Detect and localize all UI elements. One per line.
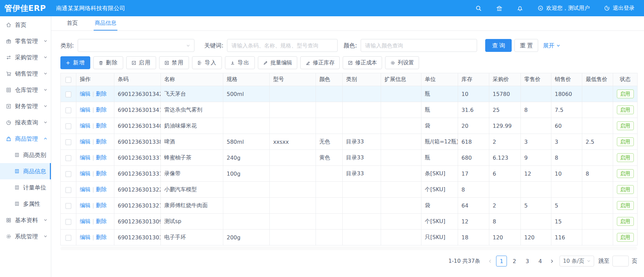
sidebar-item-retail[interactable]: 零售管理 — [0, 33, 51, 49]
sidebar-item-label: 计量单位 — [23, 184, 46, 192]
fix-cost-button[interactable]: 修正成本 — [343, 56, 382, 69]
row-checkbox[interactable] — [65, 203, 71, 209]
edit-link[interactable]: 编辑 — [80, 106, 91, 113]
row-checkbox[interactable] — [65, 92, 71, 97]
delete-link[interactable]: 删除 — [96, 234, 107, 240]
bank-icon[interactable] — [496, 5, 503, 12]
column-header-barcode: 条码 — [114, 73, 161, 86]
edit-link[interactable]: 编辑 — [80, 218, 91, 224]
page-button-4[interactable]: 4 — [535, 256, 546, 266]
next-page-button[interactable] — [547, 256, 557, 266]
cell-min_price — [582, 150, 613, 166]
sidebar-item-product-info[interactable]: 商品信息 — [0, 163, 51, 179]
sidebar-item-report[interactable]: 报表查询 — [0, 114, 51, 131]
category-select[interactable] — [78, 39, 194, 52]
delete-link[interactable]: 删除 — [96, 91, 107, 97]
sidebar-item-warehouse[interactable]: 仓库管理 — [0, 82, 51, 98]
delete-link[interactable]: 删除 — [96, 154, 107, 161]
row-checkbox[interactable] — [65, 107, 71, 113]
bell-icon[interactable] — [517, 5, 523, 12]
row-checkbox[interactable] — [65, 171, 71, 177]
row-checkbox[interactable] — [65, 123, 71, 129]
doc-icon — [14, 169, 20, 174]
sidebar-item-system[interactable]: 系统管理 — [0, 228, 51, 244]
table-row: 编辑|删除6901236301342飞天茅台500ml瓶101578018060… — [61, 86, 638, 102]
sidebar-item-product[interactable]: 商品管理 — [0, 131, 51, 147]
sidebar-item-label: 财务管理 — [15, 102, 38, 110]
logout-button[interactable]: 退出登录 — [604, 5, 634, 12]
expand-toggle[interactable]: 展开 — [543, 42, 561, 50]
select-all-checkbox[interactable] — [65, 77, 71, 83]
sidebar: 首页零售管理采购管理销售管理仓库管理财务管理报表查询商品管理商品类别商品信息计量… — [0, 16, 51, 277]
sidebar-item-purchase[interactable]: 采购管理 — [0, 49, 51, 65]
edit-link[interactable]: 编辑 — [80, 234, 91, 240]
page-size-select[interactable]: 10 条/页 — [560, 256, 594, 266]
cell-purchase_price: 2 — [489, 198, 521, 214]
reset-button[interactable]: 重置 — [514, 39, 538, 52]
delete-link[interactable]: 删除 — [96, 170, 107, 177]
user-menu[interactable]: 欢迎您，测试用户 — [537, 5, 590, 12]
edit-link[interactable]: 编辑 — [80, 186, 91, 193]
search-button[interactable]: 查询 — [485, 39, 512, 52]
color-input[interactable] — [361, 39, 477, 52]
plus-icon — [65, 60, 71, 65]
sidebar-item-sales[interactable]: 销售管理 — [0, 65, 51, 82]
page-button-3[interactable]: 3 — [522, 256, 533, 266]
cell-actions: 编辑|删除 — [76, 166, 114, 182]
cell-sale_price: 60 — [551, 118, 582, 134]
row-checkbox[interactable] — [65, 139, 71, 145]
row-checkbox[interactable] — [65, 219, 71, 225]
cell-ext — [381, 118, 421, 134]
sidebar-item-measure-unit[interactable]: 计量单位 — [0, 179, 51, 196]
edit-link[interactable]: 编辑 — [80, 154, 91, 161]
column-settings-button[interactable]: 列设置 — [385, 56, 419, 69]
delete-link[interactable]: 删除 — [96, 122, 107, 129]
disable-button[interactable]: 禁用 — [159, 56, 189, 69]
delete-link[interactable]: 删除 — [96, 186, 107, 193]
chevron-down-icon — [43, 55, 48, 59]
sidebar-item-finance[interactable]: 财务管理 — [0, 98, 51, 114]
cell-min_price — [582, 102, 613, 118]
sidebar-item-multi-attribute[interactable]: 多属性 — [0, 196, 51, 212]
cell-name: 康师傅红烧牛肉面 — [161, 198, 223, 214]
search-icon[interactable] — [475, 5, 482, 12]
batch-edit-button[interactable]: 批量编辑 — [258, 56, 297, 69]
add-button[interactable]: 新增 — [60, 56, 90, 69]
tab-home[interactable]: 首页 — [66, 16, 79, 31]
cell-spec — [223, 118, 270, 134]
column-header-status: 状态 — [613, 73, 638, 86]
jump-to-input[interactable] — [612, 256, 629, 266]
fix-stock-button[interactable]: 修正库存 — [300, 56, 340, 69]
row-checkbox[interactable] — [65, 187, 71, 193]
cell-min_price — [582, 118, 613, 134]
doc-icon — [14, 152, 20, 158]
keyword-input[interactable] — [227, 39, 338, 52]
horizontal-scrollbar[interactable] — [60, 246, 637, 250]
import-button[interactable]: 导入 — [192, 56, 222, 69]
edit-link[interactable]: 编辑 — [80, 138, 91, 145]
export-button[interactable]: 导出 — [225, 56, 255, 69]
status-badge: 启用 — [617, 201, 634, 210]
pagination: 1-10 共37条123410 条/页跳至页 — [60, 256, 637, 266]
edit-link[interactable]: 编辑 — [80, 91, 91, 97]
row-checkbox[interactable] — [65, 235, 71, 241]
delete-link[interactable]: 删除 — [96, 138, 107, 145]
fix-stock-icon — [305, 60, 310, 65]
tab-product-info[interactable]: 商品信息 — [94, 16, 117, 31]
enable-button[interactable]: 启用 — [126, 56, 156, 69]
delete-link[interactable]: 删除 — [96, 202, 107, 209]
edit-link[interactable]: 编辑 — [80, 170, 91, 177]
delete-link[interactable]: 删除 — [96, 106, 107, 113]
row-checkbox[interactable] — [65, 155, 71, 161]
cell-category — [343, 230, 381, 245]
sidebar-item-basic-data[interactable]: 基本资料 — [0, 212, 51, 228]
delete-button[interactable]: 删除 — [93, 56, 123, 69]
edit-link[interactable]: 编辑 — [80, 202, 91, 209]
page-button-2[interactable]: 2 — [509, 256, 520, 266]
delete-link[interactable]: 删除 — [96, 218, 107, 224]
edit-link[interactable]: 编辑 — [80, 122, 91, 129]
sidebar-item-product-category[interactable]: 商品类别 — [0, 147, 51, 163]
sidebar-item-home[interactable]: 首页 — [0, 17, 51, 33]
page-button-1[interactable]: 1 — [496, 256, 507, 266]
prev-page-button[interactable] — [485, 256, 495, 266]
